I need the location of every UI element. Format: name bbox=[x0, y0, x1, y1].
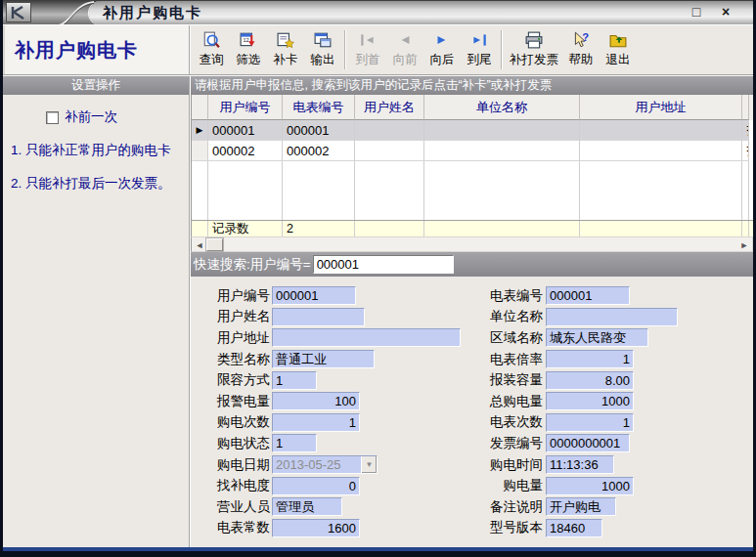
sidebar: 设置操作 补前一次 1. 只能补正常用户的购电卡 2. 只能补打最后一次发票。 bbox=[3, 76, 191, 547]
table-row[interactable]: 000002000002扌 bbox=[192, 141, 753, 161]
footer-cell bbox=[742, 221, 749, 236]
app-logo-icon bbox=[6, 2, 31, 22]
toolbar-button-label: 查询 bbox=[200, 52, 224, 68]
close-button[interactable]: × bbox=[716, 3, 735, 21]
output-icon bbox=[313, 31, 333, 52]
toolbar: 查询12筛选补卡输出到首向前向后到尾补打发票?帮助退出 bbox=[191, 25, 753, 74]
field-限容方式[interactable]: 1 bbox=[272, 371, 317, 390]
field-区域名称[interactable]: 城东人民路变 bbox=[546, 328, 648, 347]
field-营业人员[interactable]: 管理员 bbox=[272, 497, 342, 516]
svg-text:?: ? bbox=[582, 31, 589, 43]
field-购电次数[interactable]: 1 bbox=[272, 413, 360, 432]
quick-search-input[interactable] bbox=[313, 255, 454, 274]
scroll-left-icon[interactable]: ◄ bbox=[194, 239, 205, 251]
field-label-购电状态: 购电状态 bbox=[202, 435, 270, 452]
main-panel: 请根据用户申报信息, 搜索到该用户的记录后点击“补卡”或补打发票 用户编号电表编… bbox=[191, 76, 753, 547]
field-报装容量[interactable]: 8.00 bbox=[546, 371, 634, 390]
page-title-panel: 补用户购电卡 bbox=[3, 25, 191, 74]
toolbar-button-search[interactable]: 查询 bbox=[193, 27, 230, 72]
table-cell bbox=[580, 141, 742, 161]
field-label-购电量: 购电量 bbox=[484, 477, 543, 494]
quick-search-label: 快速搜索:用户编号= bbox=[194, 256, 311, 274]
column-header[interactable]: 用户姓名 bbox=[355, 95, 424, 120]
toolbar-button-label: 补卡 bbox=[274, 52, 298, 68]
row-selector-header bbox=[192, 95, 208, 120]
column-header[interactable]: 电表编号 bbox=[283, 95, 355, 120]
filter-icon: 12 bbox=[239, 31, 258, 52]
first-icon bbox=[358, 31, 378, 52]
field-label-报装容量: 报装容量 bbox=[484, 371, 543, 389]
toolbar-button-label: 向后 bbox=[430, 52, 455, 68]
search-icon bbox=[201, 31, 221, 52]
column-header[interactable]: 单位名称 bbox=[424, 95, 580, 120]
record-count-value: 2 bbox=[283, 221, 355, 236]
field-label-发票编号: 发票编号 bbox=[484, 435, 543, 452]
field-备注说明[interactable]: 开户购电 bbox=[546, 497, 616, 516]
table-row[interactable]: ▶000001000001扌 bbox=[192, 120, 753, 141]
combobox-value: 2013-05-25 bbox=[273, 456, 361, 473]
table-cell: 000001 bbox=[208, 120, 283, 141]
field-电表次数[interactable]: 1 bbox=[546, 413, 634, 432]
field-label-营业人员: 营业人员 bbox=[202, 498, 270, 516]
field-购电量[interactable]: 1000 bbox=[546, 477, 634, 495]
field-电表倍率[interactable]: 1 bbox=[546, 350, 634, 368]
scrollbar-thumb[interactable] bbox=[206, 238, 223, 251]
toolbar-button-reprint-invoice[interactable]: 补打发票 bbox=[506, 27, 562, 72]
toolbar-button-card[interactable]: 补卡 bbox=[267, 27, 304, 72]
footer-cell bbox=[192, 221, 208, 236]
toolbar-button-last[interactable]: 到尾 bbox=[461, 27, 498, 72]
table-cell bbox=[580, 120, 742, 141]
field-类型名称[interactable]: 普通工业 bbox=[272, 350, 375, 368]
field-购电状态[interactable]: 1 bbox=[272, 434, 317, 452]
detail-form: 用户编号000001电表编号000001用户姓名单位名称用户地址区域名称城东人民… bbox=[191, 277, 753, 547]
sidebar-note-2: 2. 只能补打最后一次发票。 bbox=[11, 176, 185, 193]
toolbar-button-label: 补打发票 bbox=[510, 52, 558, 68]
toolbar-button-filter[interactable]: 12筛选 bbox=[230, 27, 267, 72]
field-label-区域名称: 区域名称 bbox=[484, 329, 543, 347]
toolbar-button-prev[interactable]: 向前 bbox=[386, 27, 423, 72]
exit-icon bbox=[608, 31, 628, 52]
field-总购电量[interactable]: 1000 bbox=[546, 392, 634, 410]
redo-previous-checkbox[interactable]: 补前一次 bbox=[46, 108, 189, 126]
field-找补电度[interactable]: 0 bbox=[272, 477, 360, 495]
chevron-down-icon[interactable]: ▼ bbox=[361, 456, 377, 473]
table-header-row: 用户编号电表编号用户姓名单位名称用户地址 bbox=[192, 95, 753, 120]
reprint-invoice-icon bbox=[524, 31, 544, 52]
toolbar-button-help[interactable]: ?帮助 bbox=[562, 27, 600, 72]
page-title: 补用户购电卡 bbox=[3, 37, 138, 64]
checkbox-box-icon[interactable] bbox=[46, 111, 59, 124]
toolbar-button-first[interactable]: 到首 bbox=[349, 27, 386, 72]
field-用户编号[interactable]: 000001 bbox=[272, 286, 356, 305]
maximize-button[interactable]: □ bbox=[687, 3, 706, 21]
field-型号版本[interactable]: 18460 bbox=[546, 519, 602, 537]
field-购电日期-combobox[interactable]: 2013-05-25▼ bbox=[272, 455, 378, 474]
instruction-bar: 请根据用户申报信息, 搜索到该用户的记录后点击“补卡”或补打发票 bbox=[191, 76, 753, 95]
field-电表常数[interactable]: 1600 bbox=[272, 519, 360, 537]
field-label-限容方式: 限容方式 bbox=[202, 371, 270, 389]
footer-cell bbox=[355, 221, 424, 236]
field-用户地址[interactable] bbox=[272, 328, 461, 347]
title-bar: 补用户购电卡 □ × bbox=[3, 0, 753, 25]
field-单位名称[interactable] bbox=[546, 308, 678, 326]
sidebar-note-1: 1. 只能补正常用户的购电卡 bbox=[11, 143, 185, 159]
table-cell bbox=[424, 141, 580, 161]
toolbar-button-output[interactable]: 输出 bbox=[304, 27, 341, 72]
column-header[interactable]: 用户地址 bbox=[580, 95, 742, 120]
column-header[interactable]: 用户编号 bbox=[208, 95, 283, 120]
scroll-right-icon[interactable]: ► bbox=[738, 239, 750, 251]
field-label-用户编号: 用户编号 bbox=[202, 287, 270, 305]
field-购电时间[interactable]: 11:13:36 bbox=[546, 455, 614, 474]
field-用户姓名[interactable] bbox=[272, 308, 365, 326]
field-电表编号[interactable]: 000001 bbox=[546, 286, 630, 305]
field-报警电量[interactable]: 100 bbox=[272, 392, 360, 410]
last-icon bbox=[469, 31, 489, 52]
toolbar-button-label: 向前 bbox=[393, 52, 418, 68]
toolbar-button-label: 输出 bbox=[311, 52, 335, 68]
toolbar-button-next[interactable]: 向后 bbox=[423, 27, 461, 72]
table-cell: 000002 bbox=[283, 141, 355, 161]
table-empty-area bbox=[192, 161, 753, 220]
toolbar-divider bbox=[344, 30, 346, 69]
field-发票编号[interactable]: 0000000001 bbox=[546, 434, 630, 452]
toolbar-button-exit[interactable]: 退出 bbox=[600, 27, 637, 72]
table-h-scrollbar[interactable]: ◄ ► bbox=[191, 236, 753, 252]
